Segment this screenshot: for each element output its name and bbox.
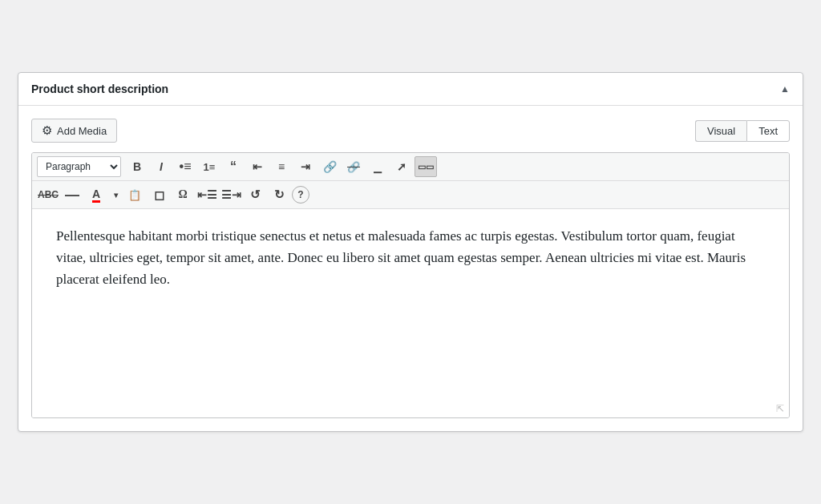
indent-button[interactable]: ☰⇥ [220,184,242,205]
align-left-icon: ⇤ [253,160,262,173]
hr-button[interactable]: — [61,184,83,205]
special-chars-icon: Ω [178,188,187,201]
product-short-description-panel: Product short description ▲ ⚙ Add Media … [18,72,803,432]
editor-toolbar: Paragraph Heading 1 Heading 2 Heading 3 … [32,153,789,209]
special-chars-button[interactable]: Ω [172,184,194,205]
italic-button[interactable]: I [150,156,172,177]
panel-body: ⚙ Add Media Visual Text Paragraph Headin… [18,106,803,431]
horizontal-rule-icon: ⎯ [374,159,382,174]
outdent-button[interactable]: ⇤☰ [196,184,218,205]
hr-icon: — [65,187,79,204]
unlink-button[interactable]: 🔗 [342,156,365,177]
clear-formatting-icon: ◻ [154,187,164,203]
link-icon: 🔗 [323,160,337,173]
horizontal-rule-button[interactable]: ⎯ [366,156,389,177]
outdent-icon: ⇤☰ [197,188,217,201]
text-color-button[interactable]: A [85,184,107,205]
fullscreen-icon: ➚ [397,160,406,173]
strikethrough-button[interactable]: ABC [37,184,59,205]
paste-word-icon: 📋 [128,189,141,201]
tab-text[interactable]: Text [746,120,790,142]
unlink-icon: 🔗 [347,161,360,173]
help-icon: ? [297,189,303,200]
ordered-list-button[interactable]: 1≡ [198,156,220,177]
redo-button[interactable]: ↻ [268,184,290,205]
align-left-button[interactable]: ⇤ [246,156,269,177]
blockquote-button[interactable]: “ [222,156,245,177]
align-center-icon: ≡ [278,160,285,173]
italic-icon: I [160,160,163,173]
editor-text: Pellentesque habitant morbi tristique se… [56,225,765,291]
redo-icon: ↻ [274,187,285,202]
add-media-icon: ⚙ [42,123,52,138]
help-button[interactable]: ? [292,186,309,204]
tab-visual[interactable]: Visual [695,120,746,142]
toolbar-toggle-icon: ▭▭ [418,162,434,172]
ordered-list-icon: 1≡ [204,161,216,173]
color-dropdown-button[interactable]: ▾ [109,184,122,205]
align-right-icon: ⇥ [301,160,310,173]
align-right-button[interactable]: ⇥ [294,156,317,177]
editor-wrapper: Paragraph Heading 1 Heading 2 Heading 3 … [31,152,790,418]
unordered-list-button[interactable]: •≡ [174,156,196,177]
format-select[interactable]: Paragraph Heading 1 Heading 2 Heading 3 [37,156,121,177]
add-media-label: Add Media [57,125,107,137]
clear-formatting-button[interactable]: ◻ [148,184,170,205]
bold-icon: B [133,160,141,173]
undo-button[interactable]: ↺ [244,184,266,205]
add-media-button[interactable]: ⚙ Add Media [31,119,117,143]
editor-content[interactable]: Pellentesque habitant morbi tristique se… [32,209,789,417]
strikethrough-icon: ABC [38,189,59,200]
toolbar-toggle-button[interactable]: ▭▭ [415,156,437,177]
paste-word-button[interactable]: 📋 [123,184,146,205]
align-center-button[interactable]: ≡ [270,156,293,177]
collapse-icon[interactable]: ▲ [780,83,790,95]
view-tabs: Visual Text [695,120,790,142]
color-dropdown-icon: ▾ [114,191,118,200]
panel-title: Product short description [31,83,168,95]
bold-button[interactable]: B [126,156,148,177]
top-bar: ⚙ Add Media Visual Text [31,119,790,143]
toolbar-row-1: Paragraph Heading 1 Heading 2 Heading 3 … [32,153,789,181]
fullscreen-button[interactable]: ➚ [390,156,413,177]
link-button[interactable]: 🔗 [318,156,341,177]
resize-handle[interactable]: ⇱ [774,403,786,414]
indent-icon: ☰⇥ [221,188,241,201]
undo-icon: ↺ [250,187,261,202]
panel-header: Product short description ▲ [18,73,803,106]
toolbar-row-2: ABC — A ▾ 📋 ◻ [32,181,789,208]
blockquote-icon: “ [230,159,237,174]
text-color-icon: A [92,187,100,203]
unordered-list-icon: •≡ [180,159,192,174]
